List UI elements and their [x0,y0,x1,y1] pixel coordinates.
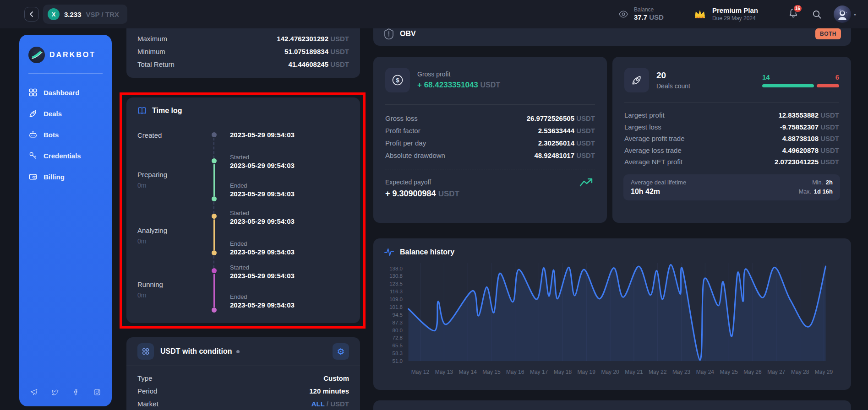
deals-row: Largest loss -9.75852307 USDT [612,121,851,133]
timeline-dot-running-end [212,308,217,313]
stat-label: Maximum [137,35,167,43]
average-deal-lifetime-card: Average deal lifetime 10h 42m Min.2h Max… [623,174,840,200]
stat-value: 12.83553882 USDT [778,111,839,119]
strategy-icon-tile [137,343,154,360]
wallet-icon [28,172,38,181]
running-started-time: 2023-05-29 09:54:03 [230,272,295,280]
trend-up-icon [579,178,593,188]
twitter-icon[interactable] [51,388,59,396]
strategy-card: USDT with condition ⚙ Type Custom Period… [126,337,360,410]
avatar[interactable] [834,5,851,23]
svg-text:May 24: May 24 [696,369,715,375]
started-label: Started [230,264,249,271]
instagram-icon[interactable] [93,388,101,396]
svg-text:May 23: May 23 [672,369,691,375]
sidebar-item-credentials[interactable]: Credentials [28,149,103,162]
phase-running-label: Running [137,281,163,288]
brand-logo[interactable]: DARKBOT [28,47,103,63]
stat-label: Average NET profit [624,158,682,166]
crown-icon [693,8,707,20]
timeline-connector [213,256,214,268]
sidebar-item-dashboard[interactable]: Dashboard [28,86,103,99]
summary-row: Total Return 41.44608245 USDT [126,58,360,70]
facebook-icon[interactable] [72,388,80,396]
strategy-settings-button[interactable]: ⚙ [333,343,349,360]
balance-value: 37.7 USD [634,13,664,22]
stat-value: 26.9772526505 USDT [527,114,595,122]
timeline-dot-created [212,132,217,137]
notification-count-badge: 16 [793,4,802,13]
preparing-ended-time: 2023-05-29 09:54:03 [230,190,295,198]
timeline-segment-preparing [213,164,215,196]
svg-text:101.8: 101.8 [389,304,403,310]
stat-value: 2.30256014 USDT [538,139,595,147]
stat-label: Total Return [137,60,175,68]
divider [126,366,360,366]
svg-text:May 15: May 15 [482,369,501,375]
pulse-icon [384,248,394,257]
gross-profit-card: $ Gross profit + 68.4233351043 USDT Gros… [373,57,607,223]
telegram-icon[interactable] [30,388,38,396]
expected-payoff-label: Expected payoff [385,178,595,186]
sidebar-item-deals[interactable]: Deals [28,107,103,120]
sidebar-item-billing[interactable]: Billing [28,170,103,183]
pair-price: 3.233 [64,11,82,18]
balance-block: Balance 37.7 USD [634,6,664,22]
stat-value: 4.88738108 USDT [782,135,839,142]
stat-label: Largest profit [624,111,665,119]
svg-text:May 13: May 13 [435,369,453,375]
stat-label: Market [137,400,158,408]
stat-value: ALL / USDT [311,400,349,408]
sidebar-item-label: Deals [44,110,62,118]
gear-icon: ⚙ [337,346,344,357]
phase-analyzing-duration: 0m [137,237,146,245]
pair-symbol: VSP / TRX [86,11,119,18]
svg-text:May 19: May 19 [578,369,596,375]
lifetime-label: Average deal lifetime [631,179,686,186]
svg-text:May 28: May 28 [791,369,809,375]
strategy-title: USDT with condition [160,347,232,356]
svg-text:May 18: May 18 [554,369,572,375]
premium-plan-block[interactable]: Premium Plan Due 29 May 2024 [712,6,758,22]
deals-row: Average NET profit 2.0723041225 USDT [612,156,851,168]
created-time: 2023-05-29 09:54:03 [230,131,295,139]
timeline-dot-running-start [212,268,217,273]
svg-text:May 17: May 17 [530,369,548,375]
hexagon-alert-icon [383,28,394,40]
svg-text:May 22: May 22 [649,369,667,375]
started-label: Started [230,210,249,216]
stat-value: 48.92481017 USDT [534,151,595,159]
sidebar: DARKBOT Dashboard Deals [19,35,112,406]
exchange-x-icon: X [48,8,60,20]
phase-preparing-duration: 0m [137,182,146,189]
stat-value: 41.44608245 USDT [288,60,349,68]
notifications-button[interactable]: 16 [788,8,798,21]
strategy-row: Market ALL / USDT [126,397,360,410]
sidebar-menu: Dashboard Deals Bots [28,86,103,183]
balance-history-title: Balance history [400,248,454,256]
caret-down-icon[interactable]: ▾ [854,12,856,17]
running-ended-time: 2023-05-29 09:54:03 [230,301,295,309]
search-icon[interactable] [812,10,822,19]
svg-text:May 20: May 20 [601,369,619,375]
sidebar-item-label: Billing [44,173,65,181]
timeline-dot-preparing-end [212,196,217,201]
analyzing-ended-time: 2023-05-29 09:54:03 [230,248,295,256]
status-dot [236,350,240,353]
back-button[interactable] [24,7,39,22]
lifetime-min: Min.2h [799,178,833,187]
balance-visibility-eye-icon[interactable] [618,9,628,19]
sidebar-item-bots[interactable]: Bots [28,128,103,141]
svg-text:94.5: 94.5 [393,312,403,318]
svg-text:116.3: 116.3 [390,289,403,294]
robot-icon [28,130,38,139]
svg-text:51.0: 51.0 [393,358,403,364]
stat-label: Profit per day [385,139,426,147]
timeline-connector [213,138,214,158]
deals-count-card: 20 Deals count 14 6 Largest profit 12.83… [612,57,851,223]
summary-row: Maximum 142.4762301292 USDT [126,32,360,45]
stat-value: 51.075189834 USDT [284,48,349,55]
stat-value: -9.75852307 USDT [780,123,839,131]
trading-pair-pill[interactable]: X 3.233 VSP / TRX [43,5,127,24]
chevron-left-icon [29,11,34,17]
